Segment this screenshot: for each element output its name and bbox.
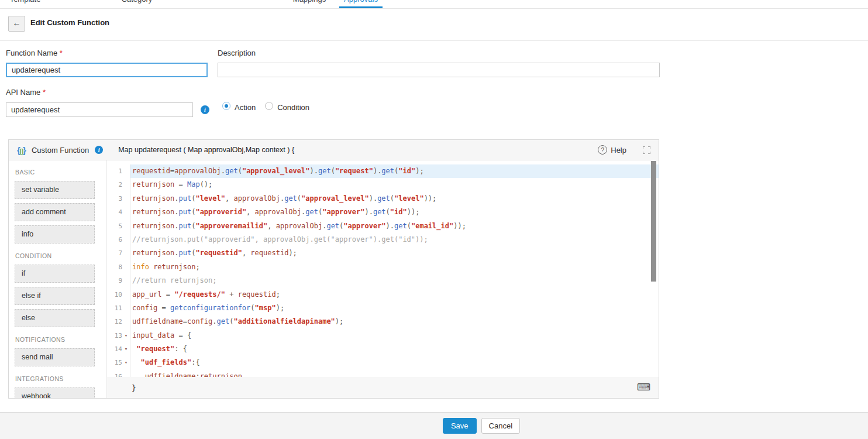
radio-selected-icon[interactable] [222,102,230,110]
line-number: 13 [107,329,122,342]
fold-arrow-icon[interactable]: ▾ [122,356,130,369]
tab-category[interactable]: Category [117,0,157,8]
function-type-radios: ActionCondition [222,102,319,117]
line-number: 4 [107,205,122,219]
snippet-palette: BASICset variableadd commentinfoCONDITIO… [9,160,106,398]
closing-brace: } [132,383,136,392]
editor-header: {[ ]} Custom Function i Map updatereques… [9,140,659,160]
description-field: Description [218,49,660,77]
scrollbar-thumb[interactable] [651,161,656,282]
page-title: Edit Custom Function [30,18,109,27]
radio-action[interactable]: Action [222,102,256,112]
code-line[interactable]: 7returnjson.put("requestid", requestid); [107,246,659,260]
code-line[interactable]: 16 udffieldname:returnjson [107,370,659,377]
line-number: 12 [107,315,122,328]
editor-info-icon[interactable]: i [95,146,103,154]
function-signature: Map updaterequest ( Map approvalObj,Map … [118,146,294,154]
fold-gutter [122,274,130,287]
tab-template[interactable]: Template [5,0,46,8]
tab-mappings[interactable]: Mappings [290,0,329,8]
palette-section-title: INTEGRATIONS [15,375,106,382]
line-number: 6 [107,233,122,246]
page-footer: Save Cancel [0,412,868,439]
palette-section-title: NOTIFICATIONS [15,336,106,343]
fold-gutter [122,192,130,205]
fold-arrow-icon[interactable]: ▾ [122,329,130,342]
fold-gutter [122,233,130,246]
radio-condition[interactable]: Condition [265,102,309,112]
header-divider [0,40,868,41]
code-line[interactable]: 12udffieldname=config.get("additionalfie… [107,315,659,328]
fullscreen-icon[interactable] [643,146,650,154]
fold-gutter [122,301,130,315]
line-number: 3 [107,192,122,205]
fold-gutter [122,164,130,178]
fold-gutter [122,178,130,191]
palette-item-send-mail[interactable]: send mail [15,348,95,366]
code-line[interactable]: 13▾input_data = { [107,329,659,342]
palette-item-set-variable[interactable]: set variable [15,181,95,199]
line-number: 2 [107,178,122,191]
code-line[interactable]: 10app_url = "/requests/" + requestid; [107,288,659,301]
fold-gutter [122,246,130,260]
fold-arrow-icon[interactable]: ▾ [122,342,130,356]
line-number: 9 [107,274,122,287]
editor-footer-bar: } ⌨ [107,377,659,398]
description-input[interactable] [218,63,660,77]
palette-item-add-comment[interactable]: add comment [15,203,95,221]
api-name-info-icon[interactable]: i [201,105,209,114]
required-marker: * [43,88,46,97]
fold-gutter [122,315,130,328]
palette-item-else-if[interactable]: else if [15,287,95,305]
code-line[interactable]: 4returnjson.put("approverid", approvalOb… [107,205,659,219]
cancel-button[interactable]: Cancel [481,418,520,434]
palette-section-title: CONDITION [15,252,106,259]
code-line[interactable]: 3returnjson.put("level", approvalObj.get… [107,192,659,205]
fold-gutter [122,260,130,274]
help-icon: ? [598,145,607,155]
fold-gutter [122,205,130,219]
line-number: 7 [107,246,122,260]
code-line[interactable]: 14▾ "request": { [107,342,659,356]
code-editor[interactable]: 1requestid=approvalObj.get("approval_lev… [107,160,659,377]
top-tabbar: TemplateCategoryMappingsApprovals [0,0,868,9]
code-line[interactable]: 15▾ "udf_fields":{ [107,356,659,369]
palette-item-webhook[interactable]: webhook [15,387,95,398]
back-button[interactable]: ← [8,16,25,32]
save-button[interactable]: Save [443,418,477,434]
code-line[interactable]: 9//return returnjson; [107,274,659,287]
code-line[interactable]: 5returnjson.put("approveremailid", appro… [107,220,659,233]
required-marker: * [60,49,63,57]
code-line[interactable]: 2returnjson = Map(); [107,178,659,191]
function-name-field: Function Name * [6,49,208,77]
api-name-input[interactable] [6,102,193,117]
help-button[interactable]: ?Help [598,145,626,155]
braces-icon: {[ ]} [17,145,26,155]
radio-unselected-icon[interactable] [265,102,273,110]
description-label: Description [218,49,660,57]
fold-gutter [122,220,130,233]
code-area: 1requestid=approvalObj.get("approval_lev… [106,160,659,398]
palette-section-title: BASIC [15,169,106,176]
function-name-input[interactable] [6,63,208,77]
code-line[interactable]: 8info returnjson; [107,260,659,274]
keyboard-shortcuts-icon[interactable]: ⌨ [637,383,650,392]
line-number: 16 [107,370,122,377]
line-number: 15 [107,356,122,369]
palette-item-if[interactable]: if [15,265,95,283]
code-line[interactable]: 1requestid=approvalObj.get("approval_lev… [107,164,659,178]
custom-function-editor: {[ ]} Custom Function i Map updatereques… [8,139,659,399]
function-name-label: Function Name * [6,49,208,57]
line-number: 8 [107,260,122,274]
palette-item-else[interactable]: else [15,309,95,327]
tab-approvals[interactable]: Approvals [339,0,383,8]
back-arrow-icon: ← [13,18,21,28]
fold-gutter [122,288,130,301]
line-number: 14 [107,342,122,356]
line-number: 10 [107,288,122,301]
code-line[interactable]: 6//returnjson.put("approverid", approval… [107,233,659,246]
line-number: 1 [107,164,122,178]
code-line[interactable]: 11config = getconfigurationfor("msp"); [107,301,659,315]
editor-title: Custom Function [32,146,89,155]
palette-item-info[interactable]: info [15,225,95,243]
